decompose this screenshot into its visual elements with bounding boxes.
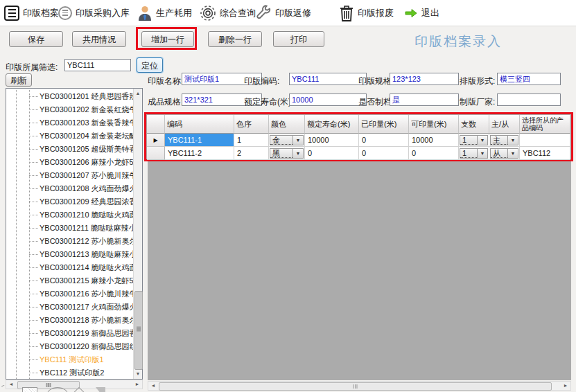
chevron-down-icon[interactable]: ▼ [507, 149, 518, 158]
grid-cell-printable[interactable]: 10000 [409, 134, 459, 147]
shared-info-button[interactable]: 共用情况 [72, 31, 126, 47]
grid-cell-ref[interactable]: YBC112 [520, 147, 570, 160]
grid-cell-printable[interactable]: 0 [409, 147, 459, 160]
grid-cell-count[interactable]: 1 ▼ [459, 134, 489, 147]
toolbar-item-plate-scrap[interactable]: 印版报废 [339, 0, 394, 26]
tree-item-selected[interactable]: YBC111 测试印版1 [6, 353, 133, 366]
is-archived-label: 是否制档: [358, 96, 394, 108]
plate-filter-input[interactable] [64, 59, 131, 71]
tree-item[interactable]: YBC03001213 脆哒哒麻辣小龙虾 [6, 248, 133, 261]
tree-item[interactable]: YBC112 测试印版2 [6, 366, 133, 379]
column-header[interactable]: 已印量(米) [359, 115, 409, 134]
grid-cell-count[interactable]: 1 ▼ [459, 147, 489, 160]
tree-item[interactable]: YBC03001202 新金装红烧牛肉面 [6, 103, 133, 116]
chevron-down-icon[interactable]: ▼ [293, 136, 303, 145]
grid-cell-life[interactable]: 0 [305, 147, 359, 160]
plate-tree-list: YBC03001201 经典思园香辣牛肉面 YBC03001202 新金装红烧牛… [6, 90, 133, 379]
column-header[interactable]: 编码 [165, 115, 234, 134]
tree-item[interactable]: YBC03001219 新御品思园香辣牛 [6, 327, 133, 340]
layout-form-label: 排版形式: [460, 75, 495, 87]
tree-item[interactable]: YBC03001215 麻辣小龙虾55g15 [6, 274, 133, 287]
column-header[interactable]: 色序 [234, 115, 269, 134]
plate-code-input[interactable] [289, 73, 367, 85]
grid-cell-ref[interactable] [520, 134, 570, 147]
toolbar-item-plate-repair[interactable]: 印版返修 [255, 0, 311, 26]
column-header[interactable]: 主/从 [489, 115, 520, 134]
column-header[interactable]: 支数 [459, 115, 489, 134]
grid-cell-printed[interactable]: 0 [359, 147, 409, 160]
tree-item[interactable]: YBC03001216 苏小脆川辣牛肉5 [6, 287, 133, 301]
toolbar-item-query[interactable]: 综合查询 [200, 0, 256, 26]
color-combobox[interactable]: 金 ▼ [270, 135, 304, 145]
cropped-shape-strip [0, 385, 576, 392]
grid-cell-color[interactable]: 金 ▼ [269, 134, 305, 147]
role-combobox[interactable]: 主 ▼ [490, 135, 518, 145]
grid-cell-role[interactable]: 从 ▼ [489, 147, 520, 160]
count-combobox[interactable]: 1 ▼ [460, 135, 488, 145]
scroll-down-icon[interactable]: ▼ [134, 369, 142, 379]
tree-vertical-scrollbar[interactable]: ▲ ▼ [133, 89, 142, 379]
tree-item[interactable]: YBC03001209 经典思园浓香排骨 [6, 195, 133, 208]
grid-cell-seq[interactable]: 1 [234, 134, 269, 147]
row-indicator-cell[interactable] [147, 147, 165, 160]
toolbar-label: 综合查询 [220, 7, 256, 19]
chevron-down-icon[interactable]: ▼ [293, 149, 303, 158]
tree-item[interactable]: YBC03001203 新金装香辣牛肉面 [6, 116, 133, 130]
add-row-button[interactable]: 增加一行 [141, 31, 194, 47]
grid-cell-color[interactable]: 黑 ▼ [269, 147, 305, 160]
grid-cell-printed[interactable]: 0 [359, 134, 409, 147]
toolbar-item-plate-archive[interactable]: 印版档案 [4, 0, 59, 26]
grid-cell-code[interactable]: YBC111-2 [165, 147, 234, 160]
save-button[interactable]: 保存 [9, 31, 63, 47]
chevron-down-icon[interactable]: ▼ [477, 149, 487, 158]
locate-button[interactable]: 定位 [137, 57, 163, 73]
tree-item[interactable]: YBC03001210 脆哒哒火鸡面55g [6, 208, 133, 222]
tree-vscroll-thumb[interactable] [134, 291, 143, 370]
chevron-down-icon[interactable]: ▼ [477, 136, 487, 145]
column-header[interactable]: 颜色 [269, 115, 305, 134]
tree-item[interactable]: YBC03001211 脆哒哒麻辣小龙虾 [6, 222, 133, 235]
color-combobox[interactable]: 黑 ▼ [270, 148, 304, 159]
tree-item[interactable]: YBC03001218 苏小脆新奥尔良鸡 [6, 314, 133, 327]
column-header[interactable]: 选择所从的产品编码 [520, 115, 570, 134]
tree-item[interactable]: YBC03001205 超级斯美特香牛 [6, 143, 133, 156]
tree-item[interactable]: YBC03001212 苏小脆新奥尔良鸡 [6, 235, 133, 248]
chevron-down-icon[interactable]: ▼ [507, 136, 518, 145]
tree-item[interactable]: YBC03001206 麻辣小龙虾55g [6, 156, 133, 169]
column-header[interactable]: 额定寿命(米) [305, 115, 359, 134]
refresh-button[interactable]: 刷新 [6, 73, 32, 87]
grid-empty-area [148, 161, 571, 380]
toolbar-item-exit[interactable]: 退出 [404, 0, 439, 26]
plate-spec-input[interactable] [390, 73, 459, 85]
tree-item[interactable]: YBC03001201 经典思园香辣牛肉面 [6, 90, 133, 103]
grid-cell-code[interactable]: YBC111-1 [165, 134, 234, 147]
plate-tree-panel: YBC03001201 经典思园香辣牛肉面 YBC03001202 新金装红烧牛… [6, 88, 143, 380]
tree-item[interactable]: YBC03001217 火鸡面劲爆火鸡5 [6, 301, 133, 314]
toolbar-item-plate-purchase[interactable]: 印版采购入库 [58, 0, 130, 26]
toolbar-item-production-usage[interactable]: 生产耗用 [137, 0, 192, 26]
tree-item[interactable]: YBC03001220 新御品思园红烧牛 [6, 340, 133, 353]
grid-cell-role[interactable]: 主 ▼ [489, 134, 520, 147]
count-combobox[interactable]: 1 ▼ [460, 148, 488, 159]
tree-item[interactable]: YBC03001204 新金装老坛酸菜面 [6, 130, 133, 143]
tree-item[interactable]: YBC03001214 脆哒哒火鸡面55g [6, 261, 133, 274]
toolbar-label: 生产耗用 [156, 7, 192, 19]
role-combobox[interactable]: 从 ▼ [490, 148, 518, 159]
column-header[interactable]: 可印量(米) [409, 115, 459, 134]
print-button[interactable]: 打印 [273, 31, 324, 47]
is-archived-input[interactable] [390, 93, 459, 106]
color-sequence-grid: 编码 色序 颜色 额定寿命(米) 已印量(米) 可印量(米) 支数 主/从 选择… [147, 115, 570, 160]
row-indicator-cell[interactable]: ▶ [147, 134, 165, 147]
grid-cell-seq[interactable]: 2 [234, 147, 269, 160]
delete-row-button[interactable]: 删除一行 [208, 31, 262, 47]
tree-item[interactable]: YBC03001208 火鸡面劲爆火鸡5 [6, 182, 133, 195]
plate-maker-input[interactable] [497, 93, 561, 106]
current-row-indicator-icon: ▶ [153, 137, 157, 143]
layout-form-input[interactable] [497, 73, 561, 85]
toolbar-label: 退出 [421, 7, 439, 19]
grid-cell-life[interactable]: 10000 [305, 134, 359, 147]
toolbar-label: 印版报废 [358, 7, 394, 19]
rated-life-input[interactable] [289, 93, 367, 106]
tree-item[interactable]: YBC03001207 苏小脆川辣牛肉5 [6, 169, 133, 182]
scroll-up-icon[interactable]: ▲ [134, 89, 142, 98]
